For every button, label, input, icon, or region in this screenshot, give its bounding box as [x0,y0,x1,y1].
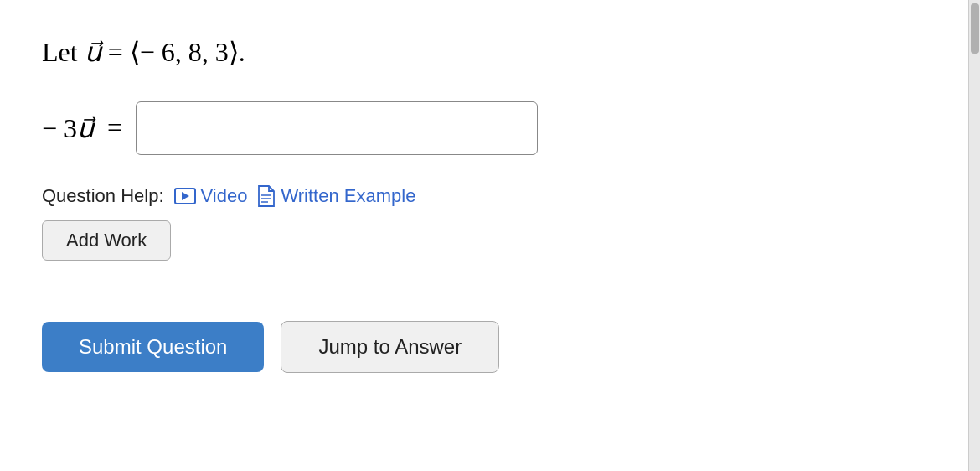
video-icon [174,188,196,204]
equation-label: − 3u⃗ [42,112,94,144]
statement-prefix: Let [42,37,85,67]
vector-u-label: u⃗ [85,34,101,71]
equation-row: − 3u⃗ = [42,101,926,155]
add-work-container: Add Work [42,220,926,291]
scrollbar-thumb[interactable] [971,3,979,54]
written-example-label: Written Example [281,185,415,207]
add-work-button[interactable]: Add Work [42,220,171,261]
main-content: Let u⃗ = ⟨− 6, 8, 3⟩. − 3u⃗ = Question H… [0,0,968,471]
document-icon [257,185,276,207]
equals-sign: = [107,112,122,143]
action-buttons-row: Submit Question Jump to Answer [42,321,926,373]
answer-input[interactable] [136,101,538,155]
video-label: Video [201,185,248,207]
jump-to-answer-button[interactable]: Jump to Answer [281,321,499,373]
statement-suffix: = ⟨− 6, 8, 3⟩. [101,37,245,67]
question-help-row: Question Help: Video Written Example [42,185,926,207]
written-example-link[interactable]: Written Example [257,185,415,207]
problem-statement: Let u⃗ = ⟨− 6, 8, 3⟩. [42,34,926,71]
scrollbar[interactable] [968,0,980,471]
submit-question-button[interactable]: Submit Question [42,322,264,372]
question-help-label: Question Help: [42,185,164,207]
video-link[interactable]: Video [174,185,248,207]
